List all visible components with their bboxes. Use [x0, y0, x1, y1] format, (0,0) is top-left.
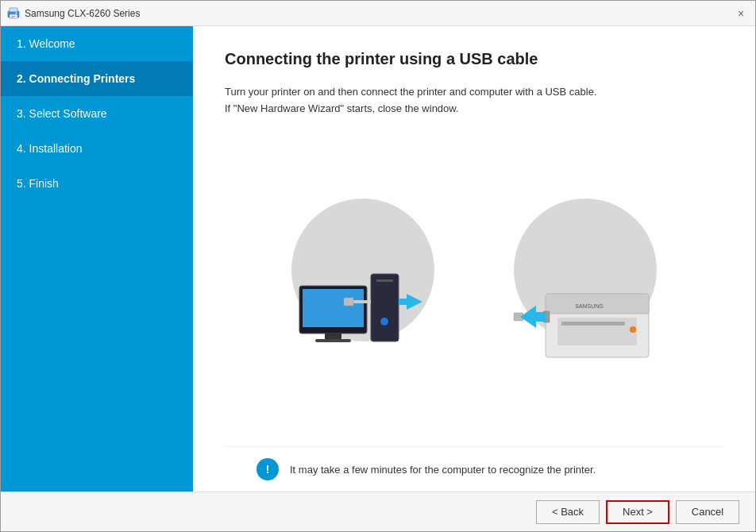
content-description: Turn your printer on and then connect th… — [225, 84, 723, 118]
desc-line2: If "New Hardware Wizard" starts, close t… — [225, 102, 459, 114]
content-area: Connecting the printer using a USB cable… — [193, 26, 755, 492]
footer: < Back Next > Cancel — [1, 492, 755, 531]
svg-rect-8 — [325, 333, 341, 340]
svg-point-21 — [630, 326, 636, 333]
sidebar-item-installation[interactable]: 4. Installation — [1, 131, 193, 166]
sidebar-item-finish[interactable]: 5. Finish — [1, 166, 193, 201]
svg-rect-7 — [303, 289, 364, 327]
sidebar-item-welcome[interactable]: 1. Welcome — [1, 26, 193, 61]
printer-icon — [7, 7, 20, 20]
printer-usb-svg: SAMSUNG — [498, 199, 673, 373]
back-button[interactable]: < Back — [536, 500, 600, 524]
svg-rect-10 — [371, 274, 399, 341]
svg-rect-3 — [11, 16, 16, 17]
svg-text:SAMSUNG: SAMSUNG — [575, 303, 603, 309]
content-title: Connecting the printer using a USB cable — [225, 50, 723, 68]
computer-illustration — [276, 199, 450, 373]
svg-rect-20 — [561, 322, 625, 326]
computer-usb-svg — [276, 199, 450, 373]
svg-rect-4 — [11, 17, 14, 17]
info-text: It may take a few minutes for the comput… — [290, 464, 596, 476]
title-bar: Samsung CLX-6260 Series × — [1, 1, 755, 26]
sidebar-item-select-software[interactable]: 3. Select Software — [1, 96, 193, 131]
printer-illustration: SAMSUNG — [498, 199, 673, 373]
illustration-area: SAMSUNG — [225, 133, 723, 438]
svg-point-5 — [16, 12, 17, 13]
info-bar: ! It may take a few minutes for the comp… — [225, 446, 723, 492]
svg-rect-9 — [315, 339, 351, 342]
svg-rect-14 — [344, 298, 353, 306]
title-bar-text: Samsung CLX-6260 Series — [25, 8, 140, 19]
main-content: 1. Welcome 2. Connecting Printers 3. Sel… — [1, 26, 755, 492]
info-icon: ! — [256, 458, 279, 480]
main-window: Samsung CLX-6260 Series × 1. Welcome 2. … — [0, 0, 756, 532]
cancel-button[interactable]: Cancel — [676, 500, 739, 524]
sidebar-item-connecting-printers[interactable]: 2. Connecting Printers — [1, 61, 193, 96]
next-button[interactable]: Next > — [606, 500, 669, 524]
svg-marker-25 — [520, 306, 536, 328]
svg-rect-16 — [399, 299, 411, 305]
title-bar-left: Samsung CLX-6260 Series — [7, 7, 140, 20]
svg-rect-12 — [376, 279, 393, 282]
sidebar: 1. Welcome 2. Connecting Printers 3. Sel… — [1, 26, 193, 492]
desc-line1: Turn your printer on and then connect th… — [225, 86, 597, 98]
svg-rect-26 — [536, 312, 546, 322]
close-button[interactable]: × — [733, 6, 749, 21]
svg-point-11 — [380, 318, 388, 326]
svg-rect-1 — [10, 8, 17, 12]
